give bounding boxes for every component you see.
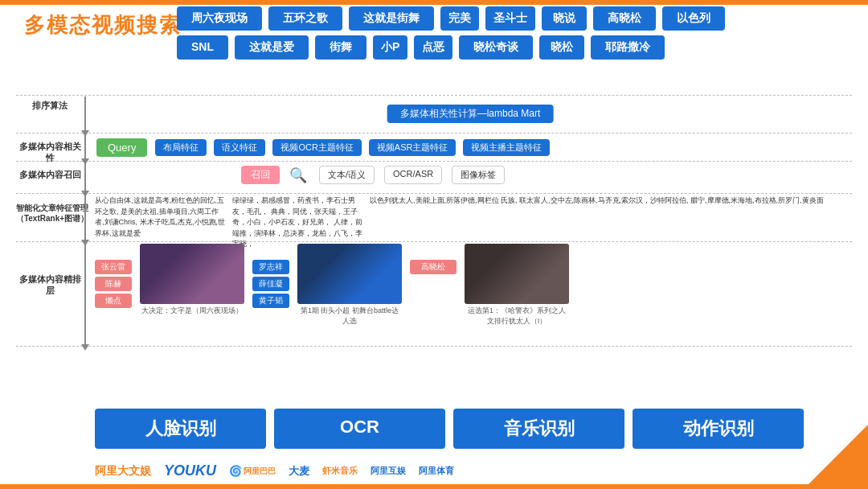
tag-yelusalengh[interactable]: 耶路撒冷 bbox=[591, 35, 665, 60]
brand-alibaba-text: 阿里巴巴 bbox=[244, 466, 276, 477]
arrow-head-2 bbox=[81, 158, 89, 165]
tag-gaoxiaosong[interactable]: 高晓松 bbox=[593, 6, 656, 31]
label-recall: 多媒体内容召回 bbox=[18, 169, 82, 180]
tag-row-2: SNL 这就是爱 街舞 小P 点恶 晓松奇谈 晓松 耶路撒冷 bbox=[177, 35, 844, 60]
rank-item-landan: 懒点 bbox=[95, 294, 132, 308]
tag-snl[interactable]: SNL bbox=[177, 35, 228, 60]
rank-item-luozhixiang: 罗志祥 bbox=[252, 260, 289, 274]
tag-xiaoshuo[interactable]: 晓说 bbox=[542, 6, 587, 31]
query-box: Query bbox=[96, 138, 147, 157]
tag-dianer[interactable]: 点恶 bbox=[414, 35, 452, 60]
subtag-ocrasr[interactable]: OCR/ASR bbox=[384, 166, 442, 184]
rank-item-xuejia: 薛佳凝 bbox=[252, 277, 289, 291]
rank-item-huangzitao: 黄子韬 bbox=[252, 294, 289, 308]
divider-6 bbox=[16, 346, 852, 347]
video-caption-1: 大决定：文字是（周六夜现场） bbox=[140, 306, 244, 316]
video-section: 张云雷 陈赫 懒点 大决定：文字是（周六夜现场） 罗志祥 薛佳凝 黄子韬 第1期… bbox=[95, 244, 852, 327]
video-caption-3: 运选第1：《哈警衣》系列之人文排行犹太人（I） bbox=[465, 306, 569, 327]
relevance-row: Query 布局特征 语义特征 视频OCR主题特征 视频ASR主题特征 视频主播… bbox=[96, 138, 852, 157]
top-border bbox=[0, 0, 868, 5]
recog-face: 人脸识别 bbox=[95, 409, 266, 449]
tag-shengdoushi[interactable]: 圣斗士 bbox=[485, 6, 535, 31]
divider-4 bbox=[16, 193, 852, 194]
rank-col-left: 张云雷 陈赫 懒点 bbox=[95, 260, 132, 308]
brand-ali-ent: 阿里大文娱 bbox=[95, 464, 151, 479]
brand-xiami: 虾米音乐 bbox=[322, 465, 358, 477]
tag-zhejushijiewu[interactable]: 这就是街舞 bbox=[349, 6, 434, 31]
tag-xiaosongqitan[interactable]: 晓松奇谈 bbox=[459, 35, 533, 60]
recall-row: 召回 🔍 文本/语义 OCR/ASR 图像标签 bbox=[241, 166, 852, 184]
arrow-head-3 bbox=[81, 191, 89, 197]
tag-yisailie[interactable]: 以色列 bbox=[662, 6, 725, 31]
tag-wanmei[interactable]: 完美 bbox=[440, 6, 479, 31]
rank-col-right: 高晓松 bbox=[410, 260, 457, 274]
rank-col-mid: 罗志祥 薛佳凝 黄子韬 bbox=[252, 260, 289, 308]
right-decoration bbox=[804, 425, 868, 489]
video-thumb-1[interactable] bbox=[140, 244, 244, 304]
tag-xiaop[interactable]: 小P bbox=[373, 35, 407, 60]
brand-damai: 大麦 bbox=[289, 464, 309, 479]
rank-item-zhangyanglei: 张云雷 bbox=[95, 260, 132, 274]
recog-music: 音乐识别 bbox=[453, 409, 624, 449]
feature-asr: 视频ASR主题特征 bbox=[369, 139, 457, 156]
rank-item-gaoxiaosong: 高晓松 bbox=[410, 260, 457, 274]
label-textrank: 智能化文章特征管理（TextRank+图谱） bbox=[12, 203, 92, 224]
label-jingpai: 多媒体内容精排层 bbox=[18, 273, 82, 297]
textrank-label-text: 智能化文章特征管理（TextRank+图谱） bbox=[12, 203, 92, 224]
tag-zhejushiai[interactable]: 这就是爱 bbox=[235, 35, 309, 60]
video-card-1: 大决定：文字是（周六夜现场） bbox=[140, 244, 244, 316]
brand-alibaba: 🌀 阿里巴巴 bbox=[229, 465, 276, 477]
search-icon: 🔍 bbox=[289, 166, 307, 184]
feature-ocr: 视频OCR主题特征 bbox=[272, 139, 361, 156]
tag-jiewu[interactable]: 街舞 bbox=[315, 35, 366, 60]
subtag-text[interactable]: 文本/语义 bbox=[319, 166, 375, 184]
recog-action: 动作识别 bbox=[633, 409, 804, 449]
brand-youku: YOUKU bbox=[164, 462, 216, 479]
main-arrow-head bbox=[81, 344, 89, 351]
tag-xiaosong[interactable]: 晓松 bbox=[539, 35, 584, 60]
tag-wuhuanzhige[interactable]: 五环之歌 bbox=[268, 6, 342, 31]
recall-box: 召回 bbox=[241, 166, 280, 184]
divider-3 bbox=[16, 161, 852, 162]
label-paixusuanfa: 排序算法 bbox=[18, 100, 82, 111]
recog-ocr: OCR bbox=[274, 409, 445, 449]
video-thumb-2[interactable] bbox=[297, 244, 402, 304]
brands-area: 阿里大文娱 YOUKU 🌀 阿里巴巴 大麦 虾米音乐 阿里互娱 阿里体育 bbox=[95, 462, 804, 479]
page-title: 多模态视频搜索 bbox=[24, 11, 182, 39]
tag-row-1: 周六夜现场 五环之歌 这就是街舞 完美 圣斗士 晓说 高晓松 以色列 bbox=[177, 6, 844, 31]
brand-ali-interactive: 阿里互娱 bbox=[371, 465, 406, 477]
video-thumb-3[interactable] bbox=[465, 244, 569, 304]
video-card-3: 运选第1：《哈警衣》系列之人文排行犹太人（I） bbox=[465, 244, 569, 327]
feature-zhubo: 视频主播主题特征 bbox=[463, 139, 550, 156]
feature-buju: 布局特征 bbox=[155, 139, 207, 156]
arrow-head-1 bbox=[81, 130, 89, 137]
bottom-border bbox=[0, 484, 868, 489]
brand-ali-sports: 阿里体育 bbox=[419, 465, 454, 477]
rank-item-chenhe: 陈赫 bbox=[95, 277, 132, 291]
feature-yuyi: 语义特征 bbox=[214, 139, 265, 156]
lambda-box: 多媒体相关性计算—lambda Mart bbox=[387, 105, 554, 123]
tag-zhouliuyexiang[interactable]: 周六夜现场 bbox=[177, 6, 262, 31]
tags-area: 周六夜现场 五环之歌 这就是街舞 完美 圣斗士 晓说 高晓松 以色列 SNL 这… bbox=[177, 6, 844, 64]
subtag-image[interactable]: 图像标签 bbox=[452, 166, 505, 184]
video-card-2: 第1期 街头小超 初舞台battle达人选 bbox=[297, 244, 402, 327]
divider-1 bbox=[16, 95, 852, 96]
video-caption-2: 第1期 街头小超 初舞台battle达人选 bbox=[297, 306, 402, 327]
divider-2 bbox=[16, 133, 852, 134]
arrow-head-4 bbox=[81, 240, 89, 246]
recognition-labels: 人脸识别 OCR 音乐识别 动作识别 bbox=[95, 409, 804, 449]
divider-5 bbox=[16, 241, 852, 242]
